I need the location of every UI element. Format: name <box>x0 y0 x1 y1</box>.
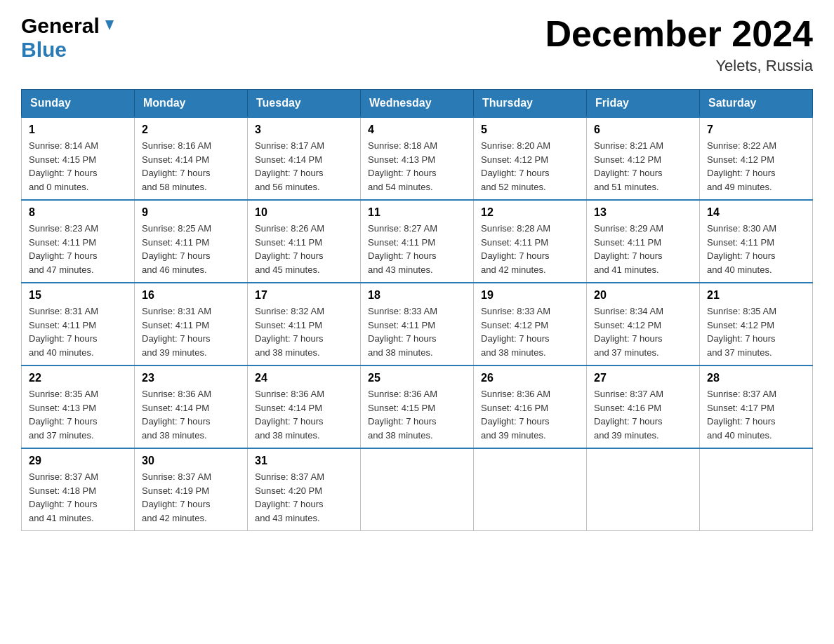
calendar-cell: 12 Sunrise: 8:28 AMSunset: 4:11 PMDaylig… <box>474 200 587 283</box>
calendar-cell: 1 Sunrise: 8:14 AMSunset: 4:15 PMDayligh… <box>22 117 135 200</box>
day-number: 12 <box>481 206 579 219</box>
day-number: 3 <box>255 123 353 136</box>
page-header: General Blue December 2024 Yelets, Russi… <box>21 14 813 75</box>
calendar-cell: 10 Sunrise: 8:26 AMSunset: 4:11 PMDaylig… <box>248 200 361 283</box>
day-info: Sunrise: 8:29 AMSunset: 4:11 PMDaylight:… <box>594 223 663 275</box>
month-year-title: December 2024 <box>545 14 813 54</box>
day-info: Sunrise: 8:27 AMSunset: 4:11 PMDaylight:… <box>368 223 437 275</box>
day-info: Sunrise: 8:37 AMSunset: 4:17 PMDaylight:… <box>707 389 776 441</box>
day-info: Sunrise: 8:20 AMSunset: 4:12 PMDaylight:… <box>481 140 550 192</box>
calendar-cell: 7 Sunrise: 8:22 AMSunset: 4:12 PMDayligh… <box>700 117 813 200</box>
day-number: 30 <box>142 455 240 467</box>
day-number: 6 <box>594 123 692 136</box>
day-info: Sunrise: 8:35 AMSunset: 4:12 PMDaylight:… <box>707 306 776 358</box>
day-number: 17 <box>255 289 353 302</box>
day-info: Sunrise: 8:22 AMSunset: 4:12 PMDaylight:… <box>707 140 776 192</box>
calendar-cell: 31 Sunrise: 8:37 AMSunset: 4:20 PMDaylig… <box>248 448 361 531</box>
day-info: Sunrise: 8:35 AMSunset: 4:13 PMDaylight:… <box>29 389 98 441</box>
calendar-day-header: Thursday <box>474 90 587 118</box>
day-info: Sunrise: 8:18 AMSunset: 4:13 PMDaylight:… <box>368 140 437 192</box>
calendar-cell: 13 Sunrise: 8:29 AMSunset: 4:11 PMDaylig… <box>587 200 700 283</box>
day-number: 5 <box>481 123 579 136</box>
calendar-cell: 11 Sunrise: 8:27 AMSunset: 4:11 PMDaylig… <box>361 200 474 283</box>
svg-marker-0 <box>105 20 114 30</box>
day-number: 24 <box>255 372 353 384</box>
day-info: Sunrise: 8:14 AMSunset: 4:15 PMDaylight:… <box>29 140 98 192</box>
day-info: Sunrise: 8:17 AMSunset: 4:14 PMDaylight:… <box>255 140 324 192</box>
calendar-cell: 9 Sunrise: 8:25 AMSunset: 4:11 PMDayligh… <box>135 200 248 283</box>
calendar-cell: 15 Sunrise: 8:31 AMSunset: 4:11 PMDaylig… <box>22 283 135 365</box>
day-info: Sunrise: 8:34 AMSunset: 4:12 PMDaylight:… <box>594 306 663 358</box>
day-number: 19 <box>481 289 579 302</box>
day-info: Sunrise: 8:33 AMSunset: 4:11 PMDaylight:… <box>368 306 437 358</box>
day-number: 4 <box>368 123 466 136</box>
day-info: Sunrise: 8:16 AMSunset: 4:14 PMDaylight:… <box>142 140 211 192</box>
calendar-week-row: 1 Sunrise: 8:14 AMSunset: 4:15 PMDayligh… <box>22 117 813 200</box>
calendar-cell: 19 Sunrise: 8:33 AMSunset: 4:12 PMDaylig… <box>474 283 587 365</box>
day-number: 28 <box>707 372 805 384</box>
day-info: Sunrise: 8:36 AMSunset: 4:14 PMDaylight:… <box>142 389 211 441</box>
day-info: Sunrise: 8:28 AMSunset: 4:11 PMDaylight:… <box>481 223 550 275</box>
day-number: 2 <box>142 123 240 136</box>
calendar-cell: 14 Sunrise: 8:30 AMSunset: 4:11 PMDaylig… <box>700 200 813 283</box>
day-number: 16 <box>142 289 240 302</box>
calendar-cell <box>474 448 587 531</box>
day-info: Sunrise: 8:37 AMSunset: 4:18 PMDaylight:… <box>29 471 98 523</box>
calendar-week-row: 22 Sunrise: 8:35 AMSunset: 4:13 PMDaylig… <box>22 365 813 448</box>
day-info: Sunrise: 8:30 AMSunset: 4:11 PMDaylight:… <box>707 223 776 275</box>
calendar-cell: 29 Sunrise: 8:37 AMSunset: 4:18 PMDaylig… <box>22 448 135 531</box>
day-number: 31 <box>255 455 353 467</box>
day-number: 26 <box>481 372 579 384</box>
day-info: Sunrise: 8:21 AMSunset: 4:12 PMDaylight:… <box>594 140 663 192</box>
day-info: Sunrise: 8:31 AMSunset: 4:11 PMDaylight:… <box>142 306 211 358</box>
calendar-week-row: 8 Sunrise: 8:23 AMSunset: 4:11 PMDayligh… <box>22 200 813 283</box>
day-number: 13 <box>594 206 692 219</box>
calendar-cell: 5 Sunrise: 8:20 AMSunset: 4:12 PMDayligh… <box>474 117 587 200</box>
day-number: 29 <box>29 455 127 467</box>
day-number: 11 <box>368 206 466 219</box>
day-info: Sunrise: 8:32 AMSunset: 4:11 PMDaylight:… <box>255 306 324 358</box>
calendar-cell: 25 Sunrise: 8:36 AMSunset: 4:15 PMDaylig… <box>361 365 474 448</box>
calendar-table: SundayMondayTuesdayWednesdayThursdayFrid… <box>21 89 813 531</box>
calendar-cell: 8 Sunrise: 8:23 AMSunset: 4:11 PMDayligh… <box>22 200 135 283</box>
calendar-day-header: Saturday <box>700 90 813 118</box>
calendar-day-header: Wednesday <box>361 90 474 118</box>
day-number: 9 <box>142 206 240 219</box>
calendar-cell <box>361 448 474 531</box>
calendar-week-row: 15 Sunrise: 8:31 AMSunset: 4:11 PMDaylig… <box>22 283 813 365</box>
calendar-cell <box>587 448 700 531</box>
calendar-day-header: Friday <box>587 90 700 118</box>
day-number: 15 <box>29 289 127 302</box>
calendar-cell: 21 Sunrise: 8:35 AMSunset: 4:12 PMDaylig… <box>700 283 813 365</box>
day-number: 27 <box>594 372 692 384</box>
calendar-cell: 22 Sunrise: 8:35 AMSunset: 4:13 PMDaylig… <box>22 365 135 448</box>
calendar-day-header: Sunday <box>22 90 135 118</box>
location-text: Yelets, Russia <box>545 57 813 75</box>
day-info: Sunrise: 8:37 AMSunset: 4:19 PMDaylight:… <box>142 471 211 523</box>
day-number: 22 <box>29 372 127 384</box>
calendar-cell: 26 Sunrise: 8:36 AMSunset: 4:16 PMDaylig… <box>474 365 587 448</box>
calendar-cell: 27 Sunrise: 8:37 AMSunset: 4:16 PMDaylig… <box>587 365 700 448</box>
calendar-week-row: 29 Sunrise: 8:37 AMSunset: 4:18 PMDaylig… <box>22 448 813 531</box>
day-info: Sunrise: 8:25 AMSunset: 4:11 PMDaylight:… <box>142 223 211 275</box>
day-number: 7 <box>707 123 805 136</box>
calendar-header: SundayMondayTuesdayWednesdayThursdayFrid… <box>22 90 813 118</box>
calendar-cell: 28 Sunrise: 8:37 AMSunset: 4:17 PMDaylig… <box>700 365 813 448</box>
calendar-day-header: Tuesday <box>248 90 361 118</box>
day-number: 8 <box>29 206 127 219</box>
calendar-cell: 4 Sunrise: 8:18 AMSunset: 4:13 PMDayligh… <box>361 117 474 200</box>
day-number: 20 <box>594 289 692 302</box>
calendar-cell <box>700 448 813 531</box>
calendar-cell: 3 Sunrise: 8:17 AMSunset: 4:14 PMDayligh… <box>248 117 361 200</box>
logo: General Blue <box>21 14 119 62</box>
calendar-cell: 20 Sunrise: 8:34 AMSunset: 4:12 PMDaylig… <box>587 283 700 365</box>
calendar-cell: 24 Sunrise: 8:36 AMSunset: 4:14 PMDaylig… <box>248 365 361 448</box>
calendar-cell: 16 Sunrise: 8:31 AMSunset: 4:11 PMDaylig… <box>135 283 248 365</box>
day-number: 18 <box>368 289 466 302</box>
calendar-cell: 2 Sunrise: 8:16 AMSunset: 4:14 PMDayligh… <box>135 117 248 200</box>
calendar-cell: 30 Sunrise: 8:37 AMSunset: 4:19 PMDaylig… <box>135 448 248 531</box>
day-number: 14 <box>707 206 805 219</box>
calendar-cell: 18 Sunrise: 8:33 AMSunset: 4:11 PMDaylig… <box>361 283 474 365</box>
calendar-day-header: Monday <box>135 90 248 118</box>
day-info: Sunrise: 8:36 AMSunset: 4:14 PMDaylight:… <box>255 389 324 441</box>
